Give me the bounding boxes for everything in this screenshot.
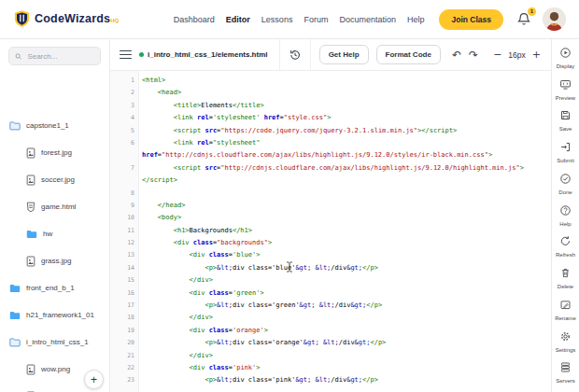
font-size-increase-button[interactable]: + [532, 49, 541, 60]
done-button[interactable]: Done [552, 172, 579, 203]
tree-item-capstone1_1[interactable]: capstone1_1 [0, 112, 109, 139]
tree-item-label: forest.jpg [41, 148, 72, 157]
code-line-17[interactable]: 17 <p>&lt;div class='green'&gt; &lt;/div… [110, 300, 551, 312]
history-button[interactable] [289, 49, 302, 62]
code-line-content: </script> [138, 175, 177, 187]
rail-item-label: Display [557, 63, 575, 69]
search-input[interactable] [25, 51, 94, 62]
rename-button[interactable]: Rename [552, 298, 579, 329]
nav-item-lessons[interactable]: Lessons [261, 15, 293, 24]
code-line-22[interactable]: 22 <div class='pink'> [110, 362, 551, 374]
search-box[interactable] [8, 47, 101, 65]
code-line-18[interactable]: 18 </div> [110, 312, 551, 324]
code-line-content: </head> [138, 200, 185, 212]
file-tree: capstone1_1forest.jpgsoccer.jpggame.html… [0, 112, 109, 392]
line-number: 12 [110, 237, 138, 249]
font-size-decrease-button[interactable]: − [493, 49, 501, 60]
nav-item-documentation[interactable]: Documentation [339, 15, 396, 24]
user-avatar[interactable] [543, 7, 566, 31]
code-line-content: </div> [138, 312, 213, 324]
help-icon [559, 203, 572, 220]
app-logo[interactable]: CodeWizardsHQ [13, 9, 119, 29]
code-line-wrap[interactable]: </script> [110, 175, 551, 187]
font-size-control: − 16px + [493, 49, 551, 60]
code-line-13[interactable]: 13 <div class='blue'> [110, 249, 551, 261]
code-line-content: <title>Elements</title> [138, 100, 264, 112]
nav-item-forum[interactable]: Forum [304, 15, 328, 24]
preview-button[interactable]: Preview [552, 77, 579, 109]
code-line-14[interactable]: 14 <p>&lt;div class='blue'&gt; &lt;/div&… [110, 262, 551, 274]
rail-item-label: Preview [556, 95, 575, 101]
code-line-12[interactable]: 12 <div class="backgrounds"> [110, 237, 551, 249]
code-line-21[interactable]: 21 </div> [110, 350, 551, 362]
redo-icon[interactable]: ↷ [469, 49, 478, 61]
code-line-1[interactable]: 1<html> [110, 75, 551, 87]
code-editor[interactable]: 1<html>2 <head>3 <title>Elements</title>… [110, 71, 551, 392]
code-line-10[interactable]: 10 <body> [110, 212, 551, 224]
tree-item-label: h21_framework1_01 [26, 311, 94, 319]
code-line-20[interactable]: 20 <p>&lt;div class='orange'&gt; &lt;/di… [110, 337, 551, 349]
search-icon [15, 52, 21, 61]
nav-item-help[interactable]: Help [407, 15, 425, 24]
tree-item-grass-jpg[interactable]: grass.jpg [0, 247, 109, 274]
join-class-button[interactable]: Join Class [439, 9, 503, 30]
delete-button[interactable]: Delete [552, 266, 579, 298]
settings-button[interactable]: Settings [552, 329, 579, 361]
get-help-button[interactable]: Get Help [319, 45, 369, 64]
code-line-9[interactable]: 9 </head> [110, 200, 551, 212]
notifications-bell[interactable]: 1 [516, 11, 533, 28]
code-line-16[interactable]: 16 <div class='green'> [110, 287, 551, 300]
tree-item-hw[interactable]: hw [0, 220, 109, 247]
code-line-3[interactable]: 3 <title>Elements</title> [110, 100, 551, 112]
code-line-11[interactable]: 11 <h1>Backgrounds</h1> [110, 225, 551, 237]
code-line-5[interactable]: 5 <script src="https://code.jquery.com/j… [110, 125, 551, 137]
code-line-4[interactable]: 4 <link rel='stylesheet' href="style.css… [110, 112, 551, 124]
code-line-19[interactable]: 19 <div class='orange'> [110, 325, 551, 337]
file-menu-icon[interactable] [120, 50, 132, 60]
image-file-icon [26, 175, 35, 186]
servers-button[interactable]: Servers [552, 360, 579, 392]
submit-button[interactable]: Submit [552, 140, 579, 172]
folder-open-icon [9, 337, 21, 347]
format-code-button[interactable]: Format Code [376, 45, 441, 64]
code-line-content: <script src="https://code.jquery.com/jqu… [138, 125, 457, 137]
code-line-8[interactable]: 8 [110, 188, 551, 200]
refresh-button[interactable]: Refresh [552, 234, 579, 266]
logo-suffix: HQ [110, 18, 119, 23]
rail-item-label: Settings [556, 347, 576, 353]
code-line-wrap[interactable]: href="http://cdnjs.cloudflare.com/ajax/l… [110, 149, 551, 161]
code-line-2[interactable]: 2 <head> [110, 87, 551, 99]
tree-item-i_intro_html_css_1[interactable]: i_intro_html_css_1 [0, 329, 109, 356]
image-file-icon [26, 364, 35, 375]
code-line-content [138, 188, 142, 200]
undo-icon[interactable]: ↶ [452, 49, 461, 61]
nav-item-dashboard[interactable]: Dashboard [174, 15, 215, 24]
nav-item-editor[interactable]: Editor [226, 15, 250, 24]
new-file-button[interactable]: + [84, 370, 104, 389]
code-line-23[interactable]: 23 <p>&lt;div class='pink'&gt; &lt;/div&… [110, 374, 551, 386]
code-line-content: <div class="backgrounds"> [138, 237, 272, 249]
main-nav: DashboardEditorLessonsForumDocumentation… [174, 15, 425, 24]
code-line-7[interactable]: 7 <script src="http://cdnjs.cloudflare.c… [110, 162, 551, 175]
display-button[interactable]: Display [552, 46, 579, 77]
line-number: 10 [110, 212, 138, 224]
text-cursor-pointer [286, 259, 293, 276]
tree-item-label: capstone1_1 [26, 121, 69, 130]
line-number: 14 [110, 262, 138, 274]
save-button[interactable]: Save [552, 108, 579, 140]
action-rail: DisplayPreviewSaveSubmitDoneHelpRefreshD… [551, 39, 579, 392]
tree-item-forest-jpg[interactable]: forest.jpg [0, 139, 109, 166]
help-button[interactable]: Help [552, 203, 579, 235]
line-number: 8 [110, 188, 138, 200]
done-icon [559, 172, 572, 189]
tree-item-soccer-jpg[interactable]: soccer.jpg [0, 166, 109, 193]
code-line-content: <div class='blue'> [138, 249, 260, 261]
tree-item-front_end_b_1[interactable]: front_end_b_1 [0, 274, 109, 301]
tree-item-h21_framework1_01[interactable]: h21_framework1_01 [0, 301, 109, 329]
code-line-content: <p>&lt;div class='blue'&gt; &lt;/div&gt;… [138, 262, 378, 274]
tree-item-game-html[interactable]: game.html [0, 193, 109, 220]
code-line-6[interactable]: 6 <link rel="stylesheet" [110, 137, 551, 149]
image-file-icon [26, 147, 35, 159]
code-line-15[interactable]: 15 </div> [110, 274, 551, 287]
code-line-content: <html> [138, 75, 165, 87]
